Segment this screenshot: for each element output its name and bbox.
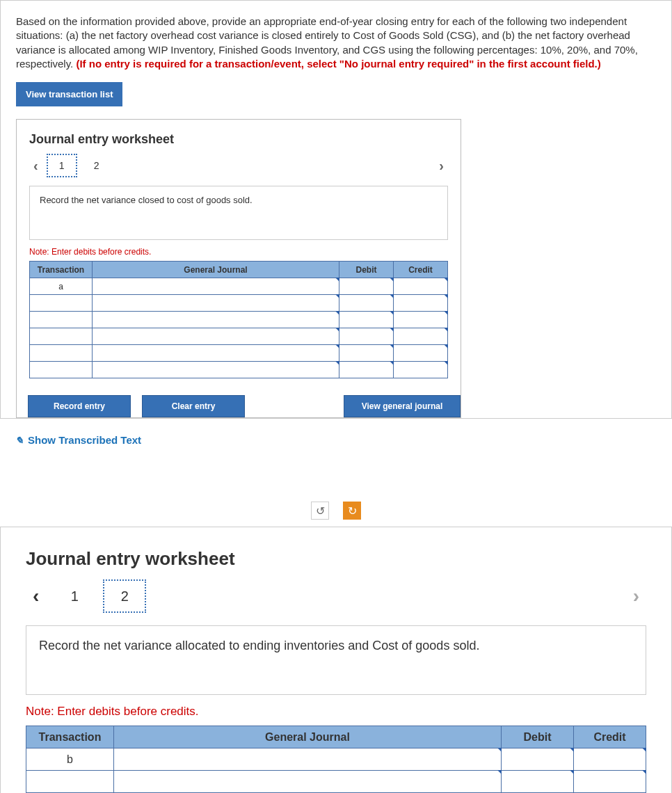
text-icon: ✎ <box>15 435 24 446</box>
journal-table: Transaction General Journal Debit Credit… <box>29 261 448 378</box>
tab-2[interactable]: 2 <box>81 154 112 177</box>
tab-1[interactable]: 1 <box>53 579 96 613</box>
chevron-right-icon[interactable]: › <box>435 157 448 175</box>
debit-input[interactable] <box>502 771 574 793</box>
question-card-1: Based on the information provided above,… <box>0 0 672 419</box>
debit-input[interactable] <box>339 328 394 345</box>
chevron-left-icon[interactable]: ‹ <box>29 157 42 175</box>
entry-description: Record the net variance allocated to end… <box>26 625 646 695</box>
col-general-journal: General Journal <box>114 726 502 748</box>
col-credit: Credit <box>574 726 646 748</box>
account-select[interactable] <box>114 771 502 793</box>
instruction-note-red: (If no entry is required for a transacti… <box>76 58 600 70</box>
worksheet-title: Journal entry worksheet <box>26 548 646 570</box>
credit-input[interactable] <box>394 345 448 362</box>
note-debits-before-credits: Note: Enter debits before credits. <box>29 247 448 257</box>
credit-input[interactable] <box>394 312 448 328</box>
credit-input[interactable] <box>394 362 448 378</box>
undo-icon[interactable]: ↺ <box>311 502 329 520</box>
tab-1[interactable]: 1 <box>47 154 77 177</box>
txn-cell: a <box>30 278 93 295</box>
account-select[interactable] <box>93 278 339 295</box>
txn-cell <box>30 328 93 345</box>
debit-input[interactable] <box>339 345 394 362</box>
debit-input[interactable] <box>339 362 394 378</box>
journal-worksheet-1: Journal entry worksheet ‹ 1 2 › Record t… <box>16 119 461 418</box>
debit-input[interactable] <box>339 278 394 295</box>
record-entry-button[interactable]: Record entry <box>28 395 131 417</box>
view-transaction-list-button[interactable]: View transaction list <box>16 82 122 106</box>
account-select[interactable] <box>93 362 339 378</box>
tab-2[interactable]: 2 <box>103 579 146 613</box>
col-debit: Debit <box>502 726 574 748</box>
txn-cell <box>30 362 93 378</box>
debit-input[interactable] <box>339 312 394 328</box>
table-row <box>26 771 646 793</box>
col-debit: Debit <box>339 262 394 278</box>
debit-input[interactable] <box>502 748 574 771</box>
credit-input[interactable] <box>394 295 448 312</box>
table-row <box>30 362 448 378</box>
entry-description: Record the net variance closed to cost o… <box>29 186 448 240</box>
chevron-right-icon[interactable]: › <box>626 585 646 607</box>
show-transcribed-text-link[interactable]: ✎ Show Transcribed Text <box>15 434 672 446</box>
credit-input[interactable] <box>574 771 646 793</box>
txn-cell <box>26 771 114 793</box>
tab-row: ‹ 1 2 › <box>26 579 646 613</box>
table-row: b <box>26 748 646 771</box>
txn-cell <box>30 312 93 328</box>
refresh-icon-row: ↺ ↻ <box>0 502 672 520</box>
account-select[interactable] <box>93 345 339 362</box>
txn-cell <box>30 295 93 312</box>
chevron-left-icon[interactable]: ‹ <box>26 585 46 607</box>
account-select[interactable] <box>93 328 339 345</box>
col-transaction: Transaction <box>30 262 93 278</box>
txn-cell <box>30 345 93 362</box>
tab-row: ‹ 1 2 › <box>29 154 448 177</box>
table-row <box>30 312 448 328</box>
account-select[interactable] <box>93 312 339 328</box>
credit-input[interactable] <box>574 748 646 771</box>
clear-entry-button[interactable]: Clear entry <box>142 395 245 417</box>
table-row <box>30 295 448 312</box>
worksheet-button-row: Record entry Clear entry View general jo… <box>17 395 461 417</box>
credit-input[interactable] <box>394 328 448 345</box>
journal-table: Transaction General Journal Debit Credit… <box>26 726 646 793</box>
table-row <box>30 328 448 345</box>
account-select[interactable] <box>93 295 339 312</box>
view-general-journal-button[interactable]: View general journal <box>344 395 461 417</box>
instruction-text: Based on the information provided above,… <box>16 15 656 71</box>
show-transcribed-label: Show Transcribed Text <box>28 434 141 446</box>
debit-input[interactable] <box>339 295 394 312</box>
table-row: a <box>30 278 448 295</box>
col-general-journal: General Journal <box>93 262 339 278</box>
col-transaction: Transaction <box>26 726 114 748</box>
col-credit: Credit <box>394 262 448 278</box>
credit-input[interactable] <box>394 278 448 295</box>
redo-icon[interactable]: ↻ <box>343 502 361 520</box>
worksheet-title: Journal entry worksheet <box>29 132 448 147</box>
note-debits-before-credits: Note: Enter debits before credits. <box>26 705 646 719</box>
table-row <box>30 345 448 362</box>
account-select[interactable] <box>114 748 502 771</box>
question-card-2: Journal entry worksheet ‹ 1 2 › Record t… <box>0 527 672 793</box>
txn-cell: b <box>26 748 114 771</box>
